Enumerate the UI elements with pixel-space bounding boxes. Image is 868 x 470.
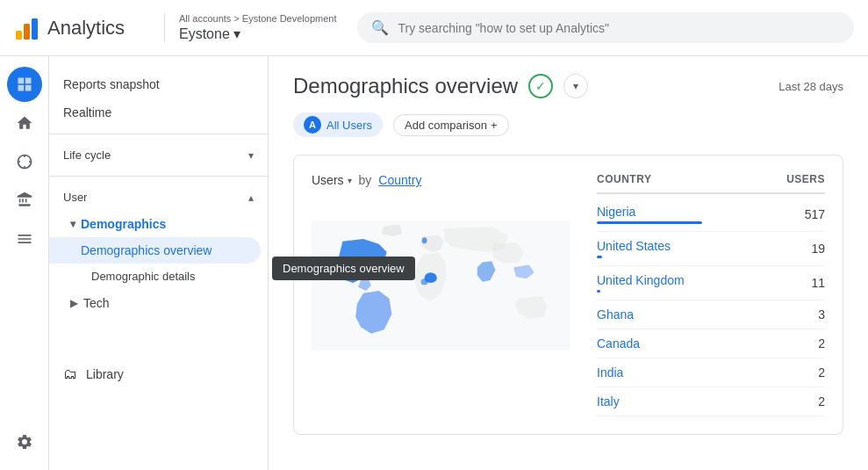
users-dropdown[interactable]: Users ▾ xyxy=(312,173,352,187)
country-bar-nigeria xyxy=(597,221,702,224)
by-text: by xyxy=(359,173,372,187)
nav-icon-reports[interactable] xyxy=(7,67,42,102)
country-users-nigeria: 517 xyxy=(799,207,825,221)
sidebar-item-demographics-overview[interactable]: Demographics overview xyxy=(49,237,261,264)
page-title: Demographics overview xyxy=(293,74,518,98)
all-users-badge[interactable]: A All Users xyxy=(293,112,383,137)
chevron-down-icon: ▾ xyxy=(248,149,254,162)
svg-rect-1 xyxy=(24,24,30,40)
users-column-header: USERS xyxy=(786,173,825,185)
content-area: Demographics overview ✓ ▾ Last 28 days A… xyxy=(269,56,868,470)
svg-point-6 xyxy=(420,278,427,285)
logo-area: Analytics xyxy=(14,15,150,41)
table-row: Ghana 3 xyxy=(597,300,825,329)
map-area: Users ▾ by Country xyxy=(312,173,570,416)
sidebar-user[interactable]: User ▴ xyxy=(49,184,268,211)
map-section: Users ▾ by Country xyxy=(293,155,843,435)
country-users-ghana: 3 xyxy=(799,307,825,322)
chevron-down-icon: ▾ xyxy=(233,25,240,42)
country-bar-uk xyxy=(597,290,600,293)
status-check-icon: ✓ xyxy=(528,74,553,98)
table-row: India 2 xyxy=(597,358,825,387)
country-name-ghana[interactable]: Ghana xyxy=(597,307,634,322)
country-name-italy[interactable]: Italy xyxy=(597,394,620,409)
app-title: Analytics xyxy=(47,17,125,40)
country-name-nigeria[interactable]: Nigeria xyxy=(597,205,702,219)
breadcrumb: All accounts > Eystone Development xyxy=(179,13,336,24)
table-row: Nigeria 517 xyxy=(597,198,825,232)
table-row: United Kingdom 11 xyxy=(597,266,825,300)
nav-icon-home[interactable] xyxy=(7,105,42,141)
sidebar-divider-1 xyxy=(49,134,268,134)
table-row: Canada 2 xyxy=(597,329,825,358)
country-table: COUNTRY USERS Nigeria 517 United States xyxy=(597,173,825,416)
nav-icon-settings[interactable] xyxy=(7,424,42,459)
account-selector[interactable]: All accounts > Eystone Development Eysto… xyxy=(164,13,336,42)
country-name-us[interactable]: United States xyxy=(597,239,671,253)
add-comparison-button[interactable]: Add comparison + xyxy=(393,114,509,136)
country-bar-us xyxy=(597,256,602,258)
world-map xyxy=(312,198,570,373)
table-row: United States 19 xyxy=(597,232,825,266)
country-name-india[interactable]: India xyxy=(597,365,623,380)
icon-nav xyxy=(0,56,49,470)
content-title-area: Demographics overview ✓ ▾ xyxy=(293,74,588,98)
search-bar[interactable]: 🔍 xyxy=(357,12,854,43)
sidebar-item-reports-snapshot[interactable]: Reports snapshot xyxy=(49,70,261,98)
chevron-up-icon: ▴ xyxy=(248,192,254,204)
country-users-italy: 2 xyxy=(799,394,825,409)
filter-row: A All Users Add comparison + xyxy=(293,112,843,137)
arrow-right-icon: ▾ xyxy=(70,218,75,230)
arrow-right-icon-tech: ▶ xyxy=(70,297,78,309)
country-link[interactable]: Country xyxy=(378,173,421,187)
nav-icon-advertising[interactable] xyxy=(7,183,42,218)
country-name-canada[interactable]: Canada xyxy=(597,336,640,351)
sidebar-item-realtime[interactable]: Realtime xyxy=(49,98,261,127)
country-users-canada: 2 xyxy=(799,336,825,351)
nav-icon-configure[interactable] xyxy=(7,221,42,257)
search-input[interactable] xyxy=(398,21,840,35)
table-header: COUNTRY USERS xyxy=(597,173,825,194)
user-badge-letter: A xyxy=(304,116,321,134)
library-folder-icon: 🗂 xyxy=(63,366,77,382)
map-controls: Users ▾ by Country xyxy=(312,173,570,187)
topbar: Analytics All accounts > Eystone Develop… xyxy=(0,0,868,56)
content-header: Demographics overview ✓ ▾ Last 28 days xyxy=(293,74,843,98)
sidebar-item-demographic-details[interactable]: Demographic details xyxy=(49,264,268,289)
sidebar-item-demographics[interactable]: ▾ Demographics xyxy=(49,211,268,237)
account-name[interactable]: Eystone ▾ xyxy=(179,25,336,42)
analytics-logo-icon xyxy=(14,15,40,41)
sidebar: Reports snapshot Realtime Life cycle ▾ U… xyxy=(49,56,269,470)
nav-icon-explore[interactable] xyxy=(7,144,42,179)
search-icon: 🔍 xyxy=(371,19,389,36)
sidebar-item-library[interactable]: 🗂 Library xyxy=(49,359,268,389)
svg-rect-2 xyxy=(32,18,38,40)
date-range: Last 28 days xyxy=(778,80,843,93)
sidebar-lifecycle[interactable]: Life cycle ▾ xyxy=(49,141,268,169)
country-name-uk[interactable]: United Kingdom xyxy=(597,273,685,287)
country-users-india: 2 xyxy=(799,365,825,380)
country-users-uk: 11 xyxy=(799,276,825,290)
chevron-down-icon: ▾ xyxy=(348,176,352,185)
svg-point-5 xyxy=(422,237,427,243)
title-dropdown-button[interactable]: ▾ xyxy=(563,74,588,98)
sidebar-divider-2 xyxy=(49,176,268,177)
plus-icon: + xyxy=(491,119,498,132)
main-layout: Reports snapshot Realtime Life cycle ▾ U… xyxy=(0,56,868,470)
table-row: Italy 2 xyxy=(597,387,825,416)
sidebar-item-tech[interactable]: ▶ Tech xyxy=(49,289,261,317)
svg-rect-0 xyxy=(16,31,22,40)
country-users-us: 19 xyxy=(799,242,825,256)
country-column-header: COUNTRY xyxy=(597,173,651,185)
